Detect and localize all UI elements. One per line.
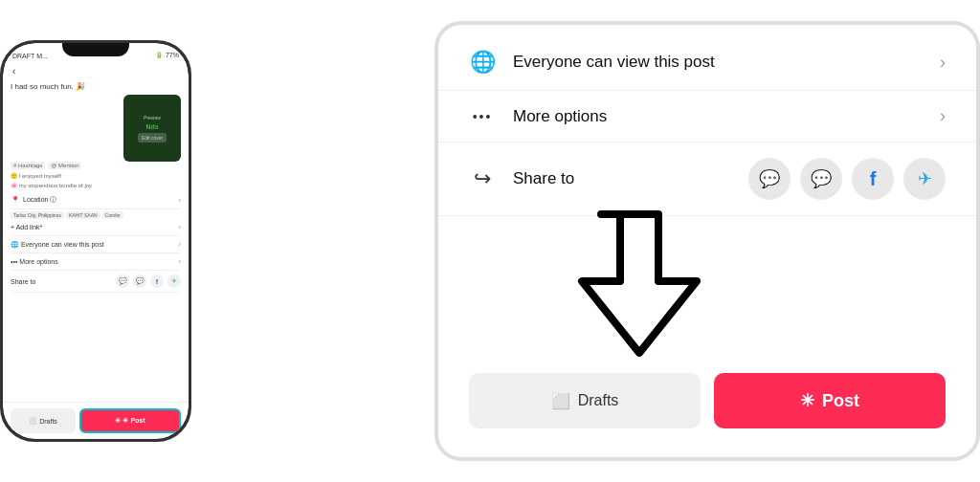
- everyone-arrow: ›: [178, 240, 181, 249]
- phone-screen: DRAFT M... 🔋 77% ‹ I had so much fun. 🎉 …: [3, 43, 189, 439]
- share-icons-small: 💬 💬 f ✈: [116, 274, 181, 288]
- phone-tags: # Hashtags @ Mention: [11, 162, 181, 169]
- more-options-label: ••• More options: [11, 258, 58, 265]
- preview-title: Nds: [145, 123, 158, 130]
- more-options-chevron-icon: ›: [940, 106, 946, 126]
- messenger-icon-lg[interactable]: 💬: [800, 158, 842, 200]
- more-options-row-lg[interactable]: ••• More options ›: [438, 91, 976, 142]
- more-options-row[interactable]: ••• More options ›: [11, 253, 181, 271]
- chip-3: Comfor: [102, 211, 123, 219]
- drafts-icon-small: ⬜: [29, 417, 37, 425]
- hashtag-tag[interactable]: # Hashtags: [11, 162, 45, 169]
- facebook-icon-lg[interactable]: f: [852, 158, 894, 200]
- everyone-row[interactable]: 🌐 Everyone can view this post ›: [11, 236, 181, 253]
- add-link-arrow: ›: [178, 223, 181, 231]
- phone-content: I had so much fun. 🎉 Preview Nds Edit co…: [3, 78, 189, 402]
- post-button-small[interactable]: ✳ ✳ Post: [79, 408, 181, 433]
- share-to-row[interactable]: Share to 💬 💬 f ✈: [11, 271, 181, 293]
- phone-back-nav[interactable]: ‹: [3, 64, 189, 78]
- share-icon: ↪: [469, 166, 496, 191]
- post-label-small: ✳ Post: [122, 417, 145, 425]
- drafts-button-small[interactable]: ⬜ Drafts: [11, 408, 76, 433]
- mention-tag[interactable]: @ Mention: [48, 162, 81, 169]
- telegram-icon-sm[interactable]: ✈: [167, 274, 181, 288]
- chip-1: Tarlac City, Philippines: [11, 211, 64, 219]
- messenger-icon-sm[interactable]: 💬: [133, 274, 146, 288]
- post-icon-small: ✳: [115, 417, 121, 425]
- preview-label: Preview: [144, 115, 161, 120]
- phone-mockup: DRAFT M... 🔋 77% ‹ I had so much fun. 🎉 …: [0, 40, 191, 442]
- post-icon-lg: ✳: [800, 390, 814, 411]
- more-options-icon: •••: [469, 109, 496, 124]
- phone-notch: [62, 43, 129, 56]
- everyone-label: 🌐 Everyone can view this post: [11, 241, 104, 249]
- everyone-text: Everyone can view this post: [513, 53, 715, 72]
- location-row[interactable]: 📍 Location ⓘ ›: [11, 191, 181, 209]
- everyone-row-left: 🌐 Everyone can view this post: [469, 50, 715, 75]
- share-to-text: Share to: [513, 169, 574, 188]
- svg-marker-0: [582, 214, 697, 353]
- status-right: 🔋 77%: [155, 52, 179, 59]
- share-to-label: Share to: [11, 278, 35, 285]
- location-icon: 📍: [11, 196, 20, 205]
- globe-icon: 🌐: [469, 50, 496, 75]
- everyone-row-lg[interactable]: 🌐 Everyone can view this post ›: [438, 34, 976, 91]
- status-left: DRAFT M...: [12, 53, 48, 59]
- share-to-left: ↪ Share to: [469, 166, 574, 191]
- zoomed-panel: 🌐 Everyone can view this post › ••• More…: [434, 21, 980, 461]
- chip-2: KAHIT SAAN: [66, 211, 100, 219]
- share-to-row-lg: ↪ Share to 💬 💬 f ✈: [438, 142, 976, 216]
- edit-cover-btn[interactable]: Edit cover: [138, 133, 167, 142]
- share-icons-large: 💬 💬 f ✈: [748, 158, 946, 200]
- location-arrow: ›: [178, 196, 181, 205]
- drafts-icon-lg: ⬜: [551, 392, 570, 410]
- drafts-label-small: Drafts: [39, 418, 57, 425]
- location-label: Location ⓘ: [23, 195, 56, 205]
- add-link-row[interactable]: + Add link* ›: [11, 219, 181, 236]
- more-options-arrow: ›: [178, 257, 181, 266]
- more-options-row-left: ••• More options: [469, 107, 607, 126]
- telegram-icon-lg[interactable]: ✈: [903, 158, 946, 200]
- location-chips: Tarlac City, Philippines KAHIT SAAN Comf…: [11, 211, 181, 219]
- drafts-label-lg: Drafts: [578, 392, 619, 409]
- more-options-text: More options: [513, 107, 607, 126]
- zoomed-bottom-bar: ⬜ Drafts ✳ Post: [438, 354, 976, 448]
- facebook-icon-sm[interactable]: f: [150, 274, 164, 288]
- post-button-lg[interactable]: ✳ Post: [714, 373, 946, 428]
- phone-caption: I had so much fun. 🎉: [11, 82, 181, 91]
- suggestion2: 🌸 my stupendous bundle of joy: [11, 182, 181, 188]
- phone-bottom-bar: ⬜ Drafts ✳ ✳ Post: [3, 402, 189, 439]
- phone-preview-box: Preview Nds Edit cover: [123, 95, 181, 162]
- arrow-pointer-overlay: [572, 205, 706, 362]
- whatsapp-icon-sm[interactable]: 💬: [116, 274, 129, 288]
- suggestion1: 🙂 I enjoyed myself!: [11, 172, 181, 179]
- drafts-button-lg[interactable]: ⬜ Drafts: [469, 373, 701, 428]
- whatsapp-icon-lg[interactable]: 💬: [748, 158, 791, 200]
- everyone-chevron-icon: ›: [940, 53, 946, 73]
- post-label-lg: Post: [822, 391, 859, 411]
- add-link-label: + Add link*: [11, 224, 42, 230]
